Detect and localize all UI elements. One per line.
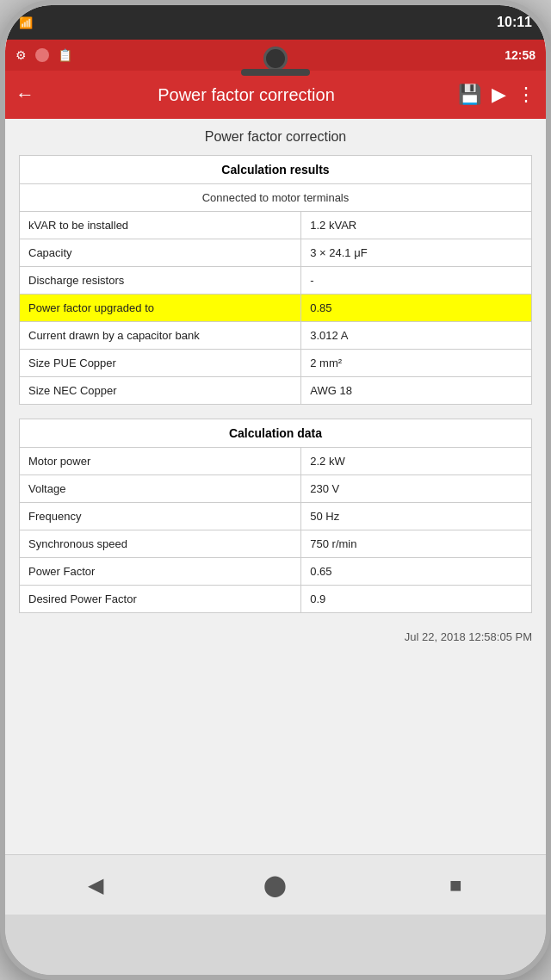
camera xyxy=(263,47,288,71)
status-dot xyxy=(35,48,49,62)
table-row: Power Factor 0.65 xyxy=(20,558,532,586)
table-row: Frequency 50 Hz xyxy=(20,503,532,530)
screen-content: ⚙ 📋 12:58 ← Power factor correction 💾 ▶ … xyxy=(5,40,546,915)
main-content: Power factor correction Calculation resu… xyxy=(5,119,546,915)
row-label: Size NEC Copper xyxy=(20,377,301,405)
nav-home-button[interactable]: ⬤ xyxy=(254,864,297,907)
row-value: 0.9 xyxy=(301,586,532,613)
row-label: Frequency xyxy=(20,503,301,530)
table-row: Motor power 2.2 kW xyxy=(20,448,532,475)
nav-back-button[interactable]: ◀ xyxy=(74,864,117,907)
table-row: Synchronous speed 750 r/min xyxy=(20,530,532,558)
toolbar-title: Power factor correction xyxy=(45,85,448,105)
data-table: Calculation data Motor power 2.2 kW Volt… xyxy=(19,419,532,613)
nav-bar: ◀ ⬤ ■ xyxy=(5,854,546,915)
row-label: Power Factor xyxy=(20,558,301,586)
system-time: 10:11 xyxy=(497,15,532,30)
table-row: Voltage 230 V xyxy=(20,475,532,503)
settings-icon: ⚙ xyxy=(15,48,27,62)
row-value: 0.85 xyxy=(301,295,532,322)
row-value: - xyxy=(301,267,532,295)
row-label: Desired Power Factor xyxy=(20,586,301,613)
row-value: 3 × 24.1 μF xyxy=(301,239,532,267)
page-title: Power factor correction xyxy=(19,129,532,145)
table-row: Size NEC Copper AWG 18 xyxy=(20,377,532,405)
save-button[interactable]: 💾 xyxy=(458,84,481,106)
results-table: Calculation results Connected to motor t… xyxy=(19,155,532,405)
table-row: Discharge resistors - xyxy=(20,267,532,295)
app-time: 12:58 xyxy=(505,48,536,62)
row-label: Discharge resistors xyxy=(20,267,301,295)
data-header: Calculation data xyxy=(20,419,532,448)
row-value: 0.65 xyxy=(301,558,532,586)
nav-recent-button[interactable]: ■ xyxy=(434,864,477,907)
highlighted-table-row: Power factor upgraded to 0.85 xyxy=(20,295,532,322)
timestamp: Jul 22, 2018 12:58:05 PM xyxy=(19,627,532,647)
table-row: Desired Power Factor 0.9 xyxy=(20,586,532,613)
row-value: 2.2 kW xyxy=(301,448,532,475)
row-label: Motor power xyxy=(20,448,301,475)
back-button[interactable]: ← xyxy=(15,84,34,106)
system-status-left: 📶 xyxy=(19,16,33,29)
row-label: Size PUE Copper xyxy=(20,350,301,377)
row-label: Power factor upgraded to xyxy=(20,295,301,322)
row-value: 1.2 kVAR xyxy=(301,212,532,239)
results-subheader: Connected to motor terminals xyxy=(20,184,532,212)
row-value: AWG 18 xyxy=(301,377,532,405)
table-row: Capacity 3 × 24.1 μF xyxy=(20,239,532,267)
table-row: kVAR to be installed 1.2 kVAR xyxy=(20,212,532,239)
send-button[interactable]: ▶ xyxy=(492,84,506,106)
clipboard-icon: 📋 xyxy=(58,48,72,62)
row-value: 230 V xyxy=(301,475,532,503)
results-header: Calculation results xyxy=(20,156,532,184)
more-button[interactable]: ⋮ xyxy=(517,84,536,106)
row-value: 50 Hz xyxy=(301,503,532,530)
row-label: Voltage xyxy=(20,475,301,503)
speaker xyxy=(241,69,310,76)
row-value: 3.012 A xyxy=(301,322,532,350)
table-row: Size PUE Copper 2 mm² xyxy=(20,350,532,377)
row-label: kVAR to be installed xyxy=(20,212,301,239)
row-label: Current drawn by a capacitor bank xyxy=(20,322,301,350)
phone-device: 📶 10:11 ⚙ 📋 12:58 ← Power factor correct… xyxy=(0,0,551,980)
row-label: Synchronous speed xyxy=(20,530,301,558)
row-value: 750 r/min xyxy=(301,530,532,558)
system-status-bar: 📶 10:11 xyxy=(5,5,546,40)
row-label: Capacity xyxy=(20,239,301,267)
app-toolbar: ← Power factor correction 💾 ▶ ⋮ xyxy=(5,71,546,119)
table-row: Current drawn by a capacitor bank 3.012 … xyxy=(20,322,532,350)
row-value: 2 mm² xyxy=(301,350,532,377)
